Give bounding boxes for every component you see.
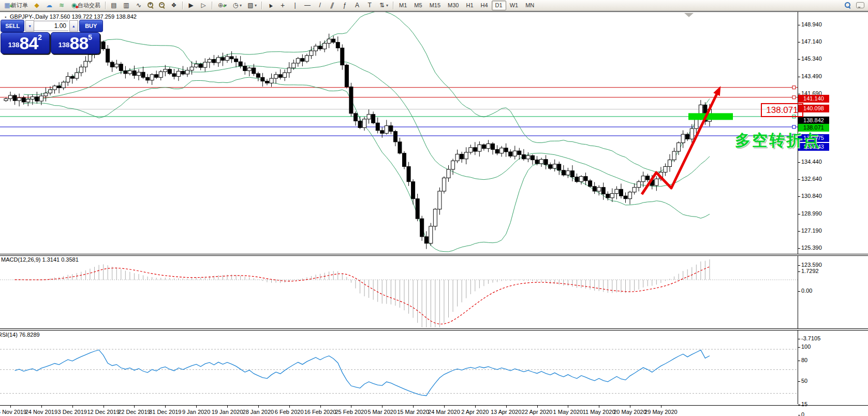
chart-shift-marker[interactable] — [684, 13, 694, 17]
time-axis[interactable]: 14 Nov 201924 Nov 20193 Dec 201912 Dec 2… — [0, 405, 868, 416]
crosshair-tool-button[interactable]: + — [277, 0, 288, 11]
candle-body — [212, 60, 216, 63]
timeframe-button-h1[interactable]: H1 — [462, 1, 477, 10]
volume-decrease-button[interactable]: ▼ — [25, 20, 34, 32]
bollinger-up-band[interactable] — [24, 12, 710, 173]
search-button[interactable] — [843, 0, 853, 11]
tile-windows-button[interactable]: ❖ — [168, 0, 180, 11]
candle-body — [310, 51, 313, 55]
sell-price-tile[interactable]: 138 84 2 — [1, 32, 50, 54]
price-annotation-label[interactable]: 138.071 — [761, 103, 803, 117]
candle-body — [57, 86, 61, 88]
timeframe-button-d1[interactable]: D1 — [492, 1, 506, 10]
candle-body — [469, 148, 473, 152]
auto-trading-button[interactable]: ◉ 自动交易 — [68, 0, 102, 11]
bollinger-low-band[interactable] — [24, 77, 710, 252]
bar-chart-button[interactable]: ▤ — [108, 0, 120, 11]
cursor-tool-button[interactable]: ▲ — [264, 0, 276, 11]
date-axis-label: 13 Apr 2020 — [491, 409, 521, 415]
timeframe-button-m5[interactable]: M5 — [410, 1, 425, 10]
chat-button[interactable] — [854, 0, 866, 11]
macd-chart[interactable] — [0, 256, 798, 328]
candle-body — [327, 39, 331, 43]
candle-body — [243, 66, 247, 70]
timeframe-button-m15[interactable]: M15 — [426, 1, 444, 10]
date-axis-label: 9 Jan 2020 — [182, 409, 210, 415]
rsi-chart[interactable] — [0, 331, 798, 404]
panel-separator[interactable] — [0, 328, 868, 331]
sell-button[interactable]: SELL — [1, 20, 24, 32]
macd-panel[interactable] — [0, 256, 868, 328]
timeframe-button-w1[interactable]: W1 — [506, 1, 522, 10]
candlestick-chart[interactable] — [0, 12, 798, 254]
zoom-out-button[interactable]: − — [157, 0, 167, 11]
price-tick-label: 145.340 — [801, 55, 822, 62]
timeframe-button-m30[interactable]: M30 — [444, 1, 462, 10]
support-zone-highlight[interactable] — [688, 113, 733, 120]
price-axis[interactable]: 148.940147.140145.340143.490141.690134.4… — [798, 12, 868, 416]
vertical-line-tool-button[interactable]: | — [289, 0, 301, 11]
volume-input[interactable] — [34, 21, 68, 31]
text-tool-button[interactable]: A — [351, 0, 363, 11]
horizontal-line-icon: — — [304, 2, 311, 9]
new-order-button[interactable]: ▦ 新订单 — [2, 0, 30, 11]
candle-body — [106, 49, 110, 62]
sell-price-pips: 2 — [38, 34, 42, 41]
buy-button[interactable]: BUY — [79, 20, 103, 32]
buy-price-tile[interactable]: 138 88 5 — [51, 32, 100, 54]
rsi-tick-label: 100 — [801, 343, 811, 350]
date-axis-label: 24 Nov 2019 — [25, 409, 57, 415]
equidistant-channel-tool-button[interactable]: ∥ — [327, 0, 338, 11]
zoom-in-button[interactable]: + — [145, 0, 156, 11]
dropdown-arrow-icon: ▾ — [255, 3, 257, 8]
level-line-anchor[interactable] — [792, 96, 796, 99]
auto-scroll-button[interactable]: ▶ — [185, 0, 197, 11]
gold-chart-button[interactable]: ◆ — [31, 0, 42, 11]
chart-shift-button[interactable]: ▷ — [198, 0, 209, 11]
candles[interactable] — [4, 34, 711, 249]
timeframe-button-mn[interactable]: MN — [522, 1, 538, 10]
signals-button[interactable]: ≋ — [56, 0, 67, 11]
indicators-button[interactable]: ⊕▾ — [215, 0, 229, 11]
toolbar-separator — [261, 2, 262, 9]
candle-body — [535, 160, 539, 164]
turning-point-annotation[interactable]: 多空转折点 — [735, 130, 820, 151]
templates-button[interactable]: ▧▾ — [245, 0, 259, 11]
candle-body — [473, 148, 477, 151]
trendline-tool-button[interactable]: / — [314, 0, 326, 11]
cloud-button[interactable]: ☁ — [43, 0, 55, 11]
candle-body — [601, 188, 605, 194]
candle-body — [526, 155, 530, 159]
date-axis-label: 22 Apr 2020 — [522, 409, 552, 415]
zoom-out-icon: − — [159, 2, 165, 8]
text-label-tool-button[interactable]: T — [364, 0, 375, 11]
date-axis-label: 25 Feb 2020 — [335, 409, 367, 415]
rsi-panel[interactable] — [0, 331, 868, 404]
candle-body — [367, 114, 371, 119]
date-axis-label: 1 May 2020 — [553, 409, 583, 415]
timeframe-button-m1[interactable]: M1 — [395, 1, 410, 10]
bollinger-mid-band[interactable] — [24, 62, 710, 187]
dropdown-arrow-icon: ▾ — [386, 3, 388, 8]
panel-separator[interactable] — [0, 254, 868, 256]
cloud-icon: ☁ — [46, 2, 53, 9]
candle-body — [172, 74, 176, 76]
candlestick-chart-button[interactable]: ▥ — [121, 0, 132, 11]
level-line-anchor[interactable] — [792, 86, 796, 89]
timeframe-button-h4[interactable]: H4 — [477, 1, 492, 10]
candle-body — [597, 188, 601, 191]
volume-increase-button[interactable]: ▲ — [69, 20, 78, 32]
candle-body — [672, 151, 676, 160]
fibonacci-tool-button[interactable]: ƒ — [339, 0, 350, 11]
candle-body — [141, 72, 145, 77]
candle-body — [442, 178, 446, 191]
candle-body — [553, 164, 556, 168]
arrows-tool-button[interactable]: ⇅▾ — [376, 0, 390, 11]
level-line-anchor[interactable] — [792, 125, 796, 128]
candle-body — [615, 189, 619, 193]
periods-button[interactable]: ◷▾ — [230, 0, 244, 11]
candle-body — [433, 209, 437, 226]
horizontal-line-tool-button[interactable]: — — [302, 0, 313, 11]
candle-body — [345, 65, 348, 87]
line-chart-button[interactable]: ∿ — [133, 0, 144, 11]
